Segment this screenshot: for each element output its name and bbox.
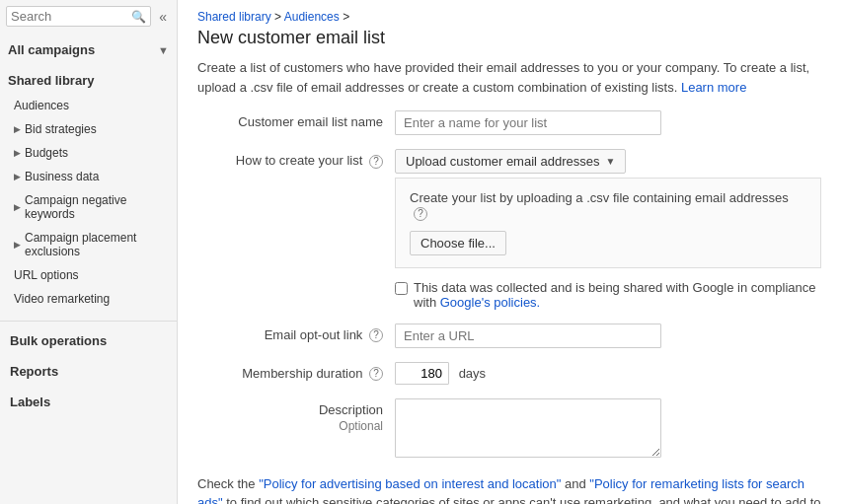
email-opt-out-label: Email opt-out link ? (197, 324, 395, 343)
optional-label: Optional (197, 419, 383, 433)
breadcrumb: Shared library > Audiences > (197, 10, 821, 24)
shared-library-label: Shared library (8, 73, 94, 88)
email-opt-out-help-icon[interactable]: ? (369, 328, 383, 342)
business-data-label: Business data (25, 170, 99, 183)
email-opt-out-input-area (395, 324, 821, 348)
sidebar-item-bulk-operations[interactable]: Bulk operations (0, 325, 177, 356)
policy-checkbox-text: This data was collected and is being sha… (414, 280, 821, 310)
search-icon: 🔍 (131, 10, 146, 24)
how-to-create-help-icon[interactable]: ? (369, 155, 383, 169)
sidebar-item-budgets[interactable]: Budgets (0, 141, 177, 165)
customer-email-list-name-input[interactable] (395, 110, 661, 135)
budgets-label: Budgets (25, 146, 68, 160)
policy-notice: Check the "Policy for advertising based … (197, 474, 821, 504)
all-campaigns-label: All campaigns (8, 42, 95, 57)
membership-duration-input[interactable] (395, 362, 449, 385)
shared-library-header[interactable]: Shared library (0, 63, 177, 94)
how-to-create-row: How to create your list ? Upload custome… (197, 149, 821, 310)
sidebar-item-bid-strategies[interactable]: Bid strategies (0, 117, 177, 141)
upload-box-title: Create your list by uploading a .csv fil… (410, 190, 806, 221)
campaign-placement-exclusions-label: Campaign placement exclusions (25, 231, 169, 258)
breadcrumb-separator1: > (274, 10, 284, 24)
video-remarketing-label: Video remarketing (14, 292, 110, 306)
sidebar-item-audiences[interactable]: Audiences (0, 94, 177, 117)
customer-email-list-name-label: Customer email list name (197, 110, 395, 129)
membership-duration-label: Membership duration ? (197, 362, 395, 382)
how-to-create-dropdown[interactable]: Upload customer email addresses ▼ (395, 149, 626, 174)
email-opt-out-row: Email opt-out link ? (197, 324, 821, 348)
search-input-wrap: 🔍 (6, 6, 151, 27)
description-textarea[interactable] (395, 398, 661, 458)
campaign-negative-keywords-label: Campaign negative keywords (25, 193, 169, 221)
sidebar-item-video-remarketing[interactable]: Video remarketing (0, 287, 177, 311)
email-opt-out-input[interactable] (395, 324, 661, 348)
dropdown-arrow-icon: ▼ (606, 156, 616, 167)
all-campaigns-header[interactable]: All campaigns ▼ (0, 33, 177, 63)
breadcrumb-audiences[interactable]: Audiences (284, 10, 340, 24)
sidebar-item-labels[interactable]: Labels (0, 387, 177, 417)
main-content: Shared library > Audiences > New custome… (178, 0, 841, 504)
sidebar-item-reports[interactable]: Reports (0, 356, 177, 387)
days-label: days (459, 366, 486, 381)
sidebar-item-campaign-negative-keywords[interactable]: Campaign negative keywords (0, 188, 177, 226)
upload-box-help-icon[interactable]: ? (414, 207, 427, 221)
how-to-create-label: How to create your list ? (197, 149, 395, 169)
collapse-sidebar-button[interactable]: « (155, 7, 171, 27)
customer-email-list-name-row: Customer email list name (197, 110, 821, 135)
sidebar-item-campaign-placement-exclusions[interactable]: Campaign placement exclusions (0, 226, 177, 263)
dropdown-label: Upload customer email addresses (406, 154, 600, 169)
policy-checkbox[interactable] (395, 282, 408, 295)
policy-checkbox-row: This data was collected and is being sha… (395, 280, 821, 310)
description-row: Description Optional (197, 398, 821, 461)
sidebar-item-business-data[interactable]: Business data (0, 165, 177, 188)
membership-duration-row: Membership duration ? days (197, 362, 821, 385)
breadcrumb-shared-library[interactable]: Shared library (197, 10, 271, 24)
how-to-create-control-area: Upload customer email addresses ▼ Create… (395, 149, 821, 310)
url-options-label: URL options (14, 268, 79, 282)
reports-label: Reports (10, 364, 58, 379)
policy-interest-location-link[interactable]: "Policy for advertising based on interes… (259, 476, 561, 491)
description-label-area: Description Optional (197, 398, 395, 433)
sidebar-item-url-options[interactable]: URL options (0, 263, 177, 287)
bid-strategies-label: Bid strategies (25, 122, 97, 136)
sidebar: 🔍 « All campaigns ▼ Shared library Audie… (0, 0, 178, 504)
page-title: New customer email list (197, 28, 821, 48)
choose-file-button[interactable]: Choose file... (410, 231, 506, 255)
bulk-operations-label: Bulk operations (10, 333, 107, 348)
membership-duration-input-area: days (395, 362, 821, 385)
description-textarea-area (395, 398, 821, 461)
search-input[interactable] (11, 9, 129, 24)
customer-email-list-name-input-area (395, 110, 821, 135)
sidebar-bottom-section: Bulk operations Reports Labels (0, 321, 177, 417)
labels-label: Labels (10, 395, 50, 409)
breadcrumb-separator2: > (343, 10, 349, 24)
audiences-label: Audiences (14, 99, 69, 112)
upload-box: Create your list by uploading a .csv fil… (395, 178, 821, 268)
page-description: Create a list of customers who have prov… (197, 58, 821, 97)
all-campaigns-arrow: ▼ (158, 44, 169, 56)
search-wrapper: 🔍 « (0, 0, 177, 33)
membership-duration-help-icon[interactable]: ? (369, 367, 383, 381)
google-policies-link[interactable]: Google's policies. (440, 295, 540, 310)
learn-more-link[interactable]: Learn more (681, 80, 746, 95)
